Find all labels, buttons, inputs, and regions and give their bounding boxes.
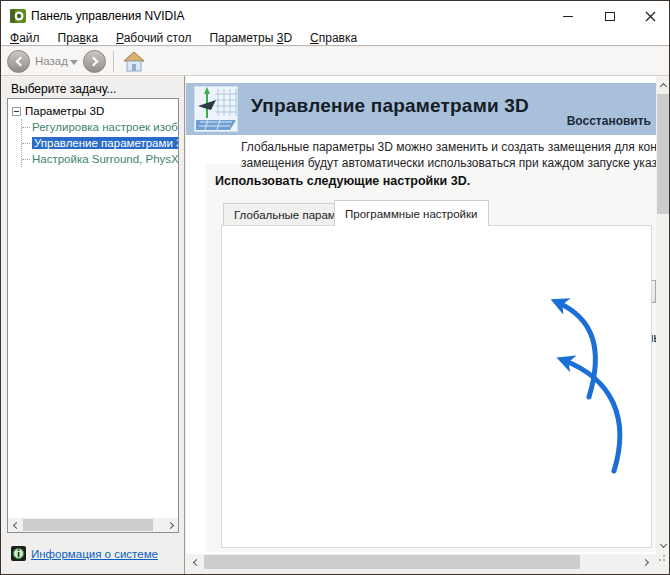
sidebar-item-manage-3d[interactable]: Управление параметрами 3D xyxy=(22,135,178,151)
description-line-2: замещения будут автоматически использова… xyxy=(241,156,656,170)
minimize-button[interactable] xyxy=(549,1,587,31)
back-label: Назад xyxy=(35,55,68,67)
back-history-dropdown[interactable] xyxy=(70,60,78,65)
resize-grip[interactable] xyxy=(656,554,670,570)
window-title: Панель управления NVIDIA xyxy=(31,9,185,23)
main-h-scrollbar-thumb[interactable] xyxy=(204,555,580,569)
back-arrow-icon xyxy=(15,57,25,67)
sidebar-item-surround-physx[interactable]: Настройка Surround, PhysX xyxy=(22,151,178,167)
forward-arrow-icon xyxy=(88,57,98,67)
task-tree: Параметры 3D Регулировка настроек изобр … xyxy=(7,98,179,533)
restore-defaults-link[interactable]: Восстановить xyxy=(446,114,651,128)
3d-settings-icon xyxy=(194,86,238,132)
nvidia-app-icon xyxy=(10,8,26,24)
menu-file[interactable]: Файл xyxy=(1,31,49,45)
scroll-left-icon[interactable] xyxy=(186,554,203,570)
home-icon[interactable] xyxy=(123,51,145,72)
scroll-right-icon[interactable] xyxy=(164,518,178,532)
forward-button[interactable] xyxy=(83,50,106,73)
tree-h-scrollbar-thumb[interactable] xyxy=(23,519,153,531)
tree-root-3d-settings[interactable]: Параметры 3D xyxy=(12,105,178,117)
title-bar: Панель управления NVIDIA xyxy=(1,1,669,31)
main-v-scrollbar[interactable] xyxy=(656,76,670,554)
back-button[interactable] xyxy=(7,50,30,73)
close-button[interactable] xyxy=(631,1,669,31)
tree-h-scrollbar[interactable] xyxy=(8,518,178,532)
menu-help[interactable]: Справка xyxy=(301,31,366,45)
main-h-scrollbar[interactable] xyxy=(186,554,656,570)
description-line-1: Глобальные параметры 3D можно заменить и… xyxy=(241,140,656,154)
system-info-icon xyxy=(11,546,26,561)
nvidia-control-panel-window: Панель управления NVIDIA Файл Правка Раб… xyxy=(0,0,670,575)
menu-edit[interactable]: Правка xyxy=(49,31,108,45)
tab-program-settings[interactable]: Программные настройки xyxy=(334,200,489,226)
scroll-up-icon[interactable] xyxy=(656,76,670,93)
main-v-scrollbar-thumb[interactable] xyxy=(657,94,669,214)
sidebar-item-adjust-image[interactable]: Регулировка настроек изобр xyxy=(22,119,178,135)
system-info-link[interactable]: Информация о системе xyxy=(11,546,158,561)
tree-collapse-icon[interactable] xyxy=(12,107,21,116)
scroll-left-icon[interactable] xyxy=(8,518,22,532)
close-icon xyxy=(645,11,656,22)
section-title: Использовать следующие настройки 3D. xyxy=(215,174,470,188)
select-task-label: Выберите задачу... xyxy=(11,82,116,96)
menu-desktop[interactable]: Рабочий стол xyxy=(107,31,200,45)
scroll-right-icon[interactable] xyxy=(638,554,655,570)
tab-content-panel xyxy=(221,225,652,548)
toolbar-separator xyxy=(113,51,114,72)
navigation-toolbar: Назад xyxy=(1,47,669,76)
menu-bar: Файл Правка Рабочий стол Параметры 3D Сп… xyxy=(1,31,669,46)
maximize-button[interactable] xyxy=(591,1,629,31)
menu-3d-settings[interactable]: Параметры 3D xyxy=(200,31,301,45)
